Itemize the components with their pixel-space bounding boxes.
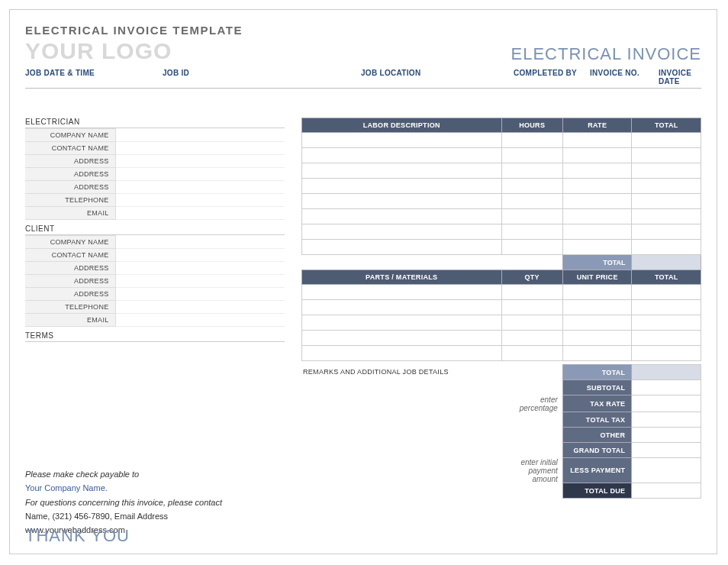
thank-you: THANK YOU — [25, 526, 130, 546]
client-contact-name[interactable] — [115, 249, 285, 262]
labor-cell[interactable] — [632, 133, 701, 148]
labor-cell[interactable] — [501, 224, 562, 240]
parts-col-total: TOTAL — [632, 270, 701, 285]
hint-cell — [501, 365, 563, 380]
labor-cell[interactable] — [302, 148, 502, 163]
labor-cell[interactable] — [562, 163, 632, 179]
label-address: ADDRESS — [25, 181, 115, 194]
labor-subtotal-value — [632, 255, 701, 270]
electrician-company-name[interactable] — [115, 129, 285, 142]
parts-cell[interactable] — [302, 315, 502, 331]
labor-cell[interactable] — [302, 209, 502, 224]
parts-cell[interactable] — [632, 315, 701, 331]
client-address-3[interactable] — [115, 288, 285, 301]
labor-cell[interactable] — [562, 179, 632, 194]
parts-col-qty: QTY — [501, 270, 562, 285]
section-electrician: ELECTRICIAN — [25, 118, 285, 128]
summary-other-value[interactable] — [632, 428, 701, 443]
client-email[interactable] — [115, 314, 285, 327]
summary-total-value — [632, 365, 701, 380]
labor-cell[interactable] — [501, 209, 562, 224]
parts-cell[interactable] — [562, 285, 632, 300]
parts-cell[interactable] — [302, 300, 502, 315]
labor-cell[interactable] — [632, 148, 701, 163]
parts-cell[interactable] — [302, 285, 502, 300]
electrician-address-2[interactable] — [115, 168, 285, 181]
labor-cell[interactable] — [302, 224, 502, 240]
labor-cell[interactable] — [501, 194, 562, 209]
parts-cell[interactable] — [562, 315, 632, 331]
remarks-label: REMARKS AND ADDITIONAL JOB DETAILS — [301, 365, 501, 499]
parts-cell[interactable] — [562, 300, 632, 315]
labor-cell[interactable] — [501, 163, 562, 179]
labor-cell[interactable] — [302, 240, 502, 255]
parts-cell[interactable] — [501, 315, 562, 331]
electrician-telephone[interactable] — [115, 194, 285, 207]
label-address: ADDRESS — [25, 168, 115, 181]
parts-cell[interactable] — [562, 346, 632, 361]
client-address-2[interactable] — [115, 275, 285, 288]
parts-cell[interactable] — [501, 331, 562, 346]
client-telephone[interactable] — [115, 301, 285, 314]
labor-cell[interactable] — [501, 133, 562, 148]
summary-total-label: TOTAL — [562, 365, 632, 380]
electrician-contact-name[interactable] — [115, 142, 285, 155]
label-company-name: COMPANY NAME — [25, 129, 115, 142]
summary-totaldue-value — [632, 483, 701, 499]
labor-cell[interactable] — [562, 194, 632, 209]
labor-cell[interactable] — [632, 224, 701, 240]
client-table: COMPANY NAME CONTACT NAME ADDRESS ADDRES… — [25, 235, 285, 327]
labor-cell[interactable] — [562, 240, 632, 255]
labor-cell[interactable] — [562, 209, 632, 224]
labor-cell[interactable] — [632, 194, 701, 209]
electrician-address-1[interactable] — [115, 155, 285, 168]
labor-cell[interactable] — [302, 133, 502, 148]
electrician-address-3[interactable] — [115, 181, 285, 194]
parts-cell[interactable] — [302, 346, 502, 361]
labor-cell[interactable] — [302, 179, 502, 194]
parts-cell[interactable] — [632, 285, 701, 300]
parts-cell[interactable] — [501, 300, 562, 315]
label-email: EMAIL — [25, 207, 115, 220]
electrician-table: COMPANY NAME CONTACT NAME ADDRESS ADDRES… — [25, 128, 285, 220]
job-header-row: JOB DATE & TIME JOB ID JOB LOCATION COMP… — [25, 69, 701, 89]
parts-cell[interactable] — [501, 285, 562, 300]
company-placeholder: Your Company Name. — [25, 481, 222, 495]
parts-cell[interactable] — [632, 331, 701, 346]
client-address-1[interactable] — [115, 262, 285, 275]
label-contact-name: CONTACT NAME — [25, 142, 115, 155]
parts-cell[interactable] — [632, 346, 701, 361]
left-column: ELECTRICIAN COMPANY NAME CONTACT NAME AD… — [25, 118, 285, 499]
label-address: ADDRESS — [25, 275, 115, 288]
label-address: ADDRESS — [25, 262, 115, 275]
labor-cell[interactable] — [632, 240, 701, 255]
electrician-email[interactable] — [115, 207, 285, 220]
labor-cell[interactable] — [562, 133, 632, 148]
labor-cell[interactable] — [302, 163, 502, 179]
summary-lesspayment-value[interactable] — [632, 458, 701, 483]
summary-taxrate-value[interactable] — [632, 396, 701, 412]
summary-grandtotal-label: GRAND TOTAL — [562, 443, 632, 458]
client-company-name[interactable] — [115, 236, 285, 249]
contact-line: Name, (321) 456-7890, Email Address — [25, 509, 222, 523]
summary-table: REMARKS AND ADDITIONAL JOB DETAILS TOTAL… — [301, 364, 701, 499]
parts-table: PARTS / MATERIALS QTY UNIT PRICE TOTAL — [301, 270, 701, 361]
parts-cell[interactable] — [562, 331, 632, 346]
template-title: ELECTRICAL INVOICE TEMPLATE — [25, 24, 701, 37]
labor-cell[interactable] — [501, 179, 562, 194]
labor-cell[interactable] — [632, 179, 701, 194]
parts-cell[interactable] — [302, 331, 502, 346]
parts-cell[interactable] — [632, 300, 701, 315]
labor-cell[interactable] — [632, 163, 701, 179]
labor-cell[interactable] — [501, 240, 562, 255]
hint-payment: enter initial payment amount — [501, 458, 563, 483]
labor-cell[interactable] — [562, 224, 632, 240]
parts-cell[interactable] — [501, 346, 562, 361]
summary-totaltax-value — [632, 412, 701, 428]
labor-cell[interactable] — [562, 148, 632, 163]
summary-other-label: OTHER — [562, 428, 632, 443]
summary-taxrate-label: TAX RATE — [562, 396, 632, 412]
labor-cell[interactable] — [501, 148, 562, 163]
labor-cell[interactable] — [632, 209, 701, 224]
labor-cell[interactable] — [302, 194, 502, 209]
